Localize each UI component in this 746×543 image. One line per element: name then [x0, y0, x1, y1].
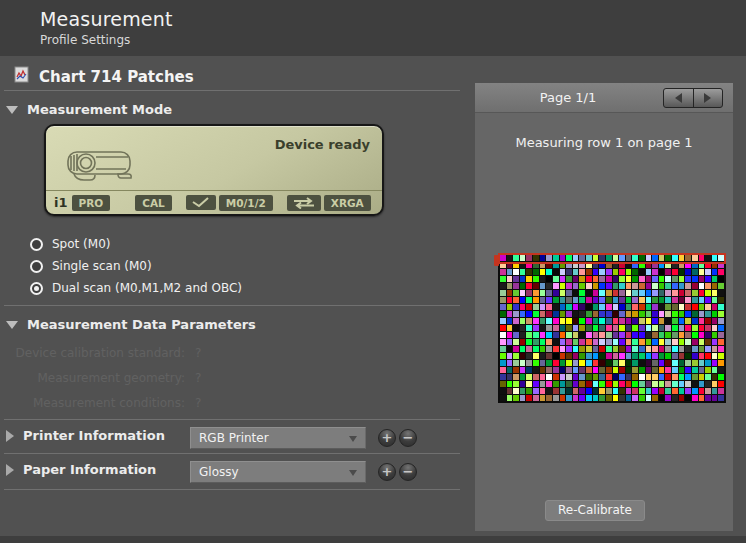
next-page-button[interactable]: [693, 89, 723, 107]
section-printer-information[interactable]: Printer Information: [6, 428, 165, 443]
color-patch: [619, 367, 625, 373]
color-patch: [520, 262, 526, 268]
scan-option[interactable]: Single scan (M0): [30, 255, 242, 277]
color-patch: [553, 374, 559, 380]
add-paper-button[interactable]: +: [378, 463, 396, 481]
previous-page-button[interactable]: [664, 89, 693, 107]
paper-dropdown[interactable]: Glossy: [190, 461, 366, 483]
color-patch: [546, 255, 552, 261]
color-patch: [573, 367, 579, 373]
remove-printer-button[interactable]: −: [399, 429, 417, 447]
color-patch: [652, 346, 658, 352]
color-patch: [679, 325, 685, 331]
color-patch: [639, 262, 645, 268]
color-patch: [540, 367, 546, 373]
color-patch: [586, 360, 592, 366]
color-patch: [560, 388, 566, 394]
color-patch: [566, 346, 572, 352]
separator: [4, 419, 460, 420]
color-patch: [606, 353, 612, 359]
color-patch: [560, 255, 566, 261]
color-patch: [546, 395, 552, 401]
add-printer-button[interactable]: +: [378, 429, 396, 447]
measurement-mode-badge: M0/1/2: [219, 195, 273, 211]
patch-target-chart: [498, 253, 726, 403]
color-patch: [540, 262, 546, 268]
color-patch: [699, 388, 705, 394]
color-patch: [526, 381, 532, 387]
color-patch: [705, 339, 711, 345]
color-patch: [546, 325, 552, 331]
color-patch: [613, 388, 619, 394]
color-patch: [526, 276, 532, 282]
color-patch: [553, 276, 559, 282]
color-patch: [579, 388, 585, 394]
color-patch: [599, 367, 605, 373]
color-patch: [692, 290, 698, 296]
color-patch: [513, 311, 519, 317]
color-patch: [659, 395, 665, 401]
color-patch: [619, 388, 625, 394]
color-patch: [573, 297, 579, 303]
section-measurement-mode[interactable]: Measurement Mode: [6, 102, 172, 117]
color-patch: [513, 381, 519, 387]
cal-badge: CAL: [135, 195, 172, 211]
parameter-label: Measurement geometry:: [0, 371, 185, 385]
color-patch: [513, 304, 519, 310]
color-patch: [705, 353, 711, 359]
color-patch: [526, 346, 532, 352]
color-patch: [646, 360, 652, 366]
color-patch: [599, 332, 605, 338]
color-patch: [672, 262, 678, 268]
color-patch: [606, 290, 612, 296]
color-patch: [526, 395, 532, 401]
color-patch: [586, 311, 592, 317]
color-patch: [692, 269, 698, 275]
recalibrate-button[interactable]: Re-Calibrate: [545, 500, 645, 521]
color-patch: [685, 255, 691, 261]
color-patch: [665, 381, 671, 387]
color-patch: [540, 318, 546, 324]
color-patch: [513, 325, 519, 331]
color-patch: [513, 374, 519, 380]
color-patch: [593, 262, 599, 268]
color-patch: [593, 276, 599, 282]
color-patch: [659, 255, 665, 261]
color-patch: [533, 395, 539, 401]
printer-dropdown[interactable]: RGB Printer: [190, 427, 366, 449]
color-patch: [526, 374, 532, 380]
section-paper-information[interactable]: Paper Information: [6, 462, 156, 477]
color-patch: [718, 367, 724, 373]
color-patch: [500, 325, 506, 331]
color-patch: [685, 360, 691, 366]
color-patch: [566, 332, 572, 338]
color-patch: [566, 381, 572, 387]
color-patch: [646, 367, 652, 373]
color-patch: [606, 395, 612, 401]
color-patch: [599, 374, 605, 380]
color-patch: [566, 269, 572, 275]
color-patch: [553, 290, 559, 296]
color-patch: [553, 353, 559, 359]
color-patch: [699, 395, 705, 401]
color-patch: [599, 255, 605, 261]
color-patch: [573, 283, 579, 289]
color-patch: [573, 262, 579, 268]
color-patch: [712, 276, 718, 282]
color-patch: [692, 346, 698, 352]
brand-label: i1: [54, 195, 68, 210]
color-patch: [699, 374, 705, 380]
color-patch: [540, 332, 546, 338]
color-patch: [500, 290, 506, 296]
remove-paper-button[interactable]: −: [399, 463, 417, 481]
scan-option[interactable]: Spot (M0): [30, 233, 242, 255]
scan-option[interactable]: Dual scan (M0,M1,M2 and OBC): [30, 277, 242, 299]
section-data-parameters[interactable]: Measurement Data Parameters: [6, 317, 256, 332]
color-patch: [526, 332, 532, 338]
color-patch: [533, 388, 539, 394]
color-patch: [652, 276, 658, 282]
color-patch: [566, 395, 572, 401]
measurement-preview-panel: Page 1/1 Measuring row 1 on page 1 Re-Ca…: [475, 83, 733, 531]
calibration-check-icon: [186, 195, 216, 210]
color-patch: [619, 360, 625, 366]
